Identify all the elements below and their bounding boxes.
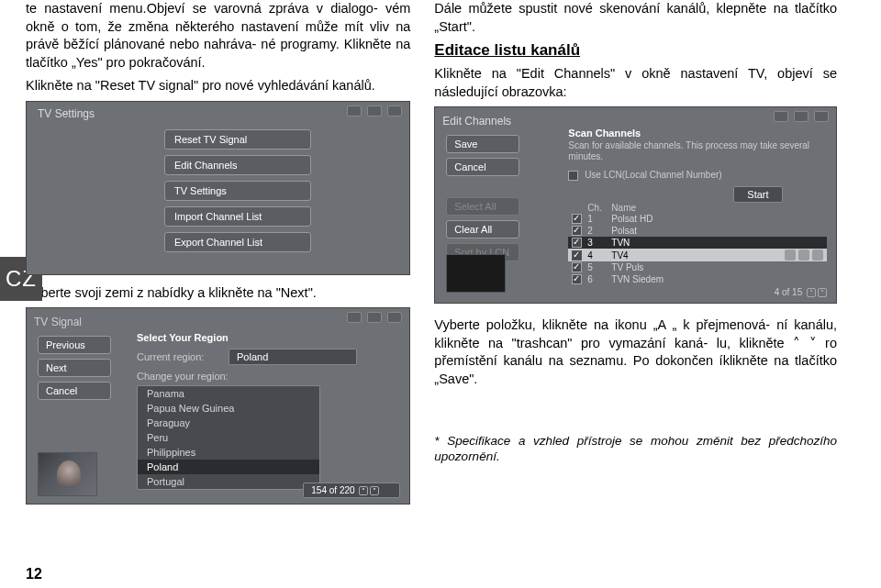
text: Vyberte položku, klikněte na ikonu „A „ …	[434, 317, 770, 332]
reset-tv-signal-button[interactable]: Reset TV Signal	[164, 129, 311, 150]
table-row[interactable]: 5TV Puls	[568, 261, 827, 273]
ch-num: 3	[587, 238, 611, 248]
footnote: * Specifikace a vzhled přístroje se moho…	[434, 433, 837, 465]
current-region-value: Poland	[229, 349, 357, 365]
chevron-up-icon[interactable]: ˄	[359, 486, 368, 495]
export-channel-list-button[interactable]: Export Channel List	[164, 232, 311, 252]
lcn-checkbox[interactable]	[568, 171, 578, 181]
table-row[interactable]: 6TVN Siedem	[568, 273, 827, 285]
previous-button[interactable]: Previous	[38, 336, 111, 354]
row-checkbox[interactable]	[572, 238, 582, 248]
list-counter: 154 of 220 ˄˅	[303, 483, 400, 498]
chevron-down-icon[interactable]: ˅	[370, 486, 379, 495]
clear-all-button[interactable]: Clear All	[446, 220, 519, 239]
window-title: Edit Channels	[442, 115, 829, 128]
tv-signal-screenshot: TV Signal Previous Next Cancel Select Yo…	[26, 307, 410, 505]
cancel-button[interactable]: Cancel	[38, 382, 111, 400]
counter-text: 4 of 15	[775, 287, 803, 297]
ch-name: TV Puls	[611, 262, 823, 272]
list-item[interactable]: Poland	[138, 460, 319, 474]
ch-num: 4	[587, 250, 611, 261]
scan-channels-desc: Scan for available channels. This proces…	[568, 140, 827, 162]
chevron-up-icon[interactable]: ˄	[807, 288, 816, 297]
para: Klikněte na "Edit Channels" v okně nasta…	[434, 65, 837, 101]
col-header-name: Name	[611, 203, 823, 213]
table-row[interactable]: 1Polsat HD	[568, 213, 827, 225]
region-label: Select Your Region	[137, 332, 412, 343]
region-list[interactable]: Panama Papua New Guinea Paraguay Peru Ph…	[137, 385, 320, 490]
row-checkbox[interactable]	[572, 274, 582, 284]
section-heading: Editace listu kanálů	[434, 41, 837, 60]
ch-num: 6	[587, 274, 611, 284]
text: Klikněte na "Edit Channels" v okně nasta…	[434, 66, 812, 81]
col-header-ch: Ch.	[587, 203, 611, 213]
select-all-button[interactable]: Select All	[446, 197, 519, 216]
left-column: te nastavení menu.Objeví se varovná zprá…	[0, 0, 427, 514]
list-item[interactable]: Paraguay	[138, 416, 319, 430]
row-checkbox[interactable]	[572, 250, 582, 261]
ch-name: Polsat HD	[611, 214, 823, 224]
row-counter: 4 of 15 ˄˅	[775, 287, 827, 297]
para: te nastavení menu.Objeví se varovná zprá…	[26, 0, 410, 72]
ch-num: 1	[587, 214, 611, 224]
scan-channels-title: Scan Channels	[568, 128, 827, 139]
next-button[interactable]: Next	[38, 359, 111, 377]
tv-settings-button[interactable]: TV Settings	[164, 181, 311, 201]
ch-name: TVN Siedem	[611, 274, 823, 284]
table-row[interactable]: 2Polsat	[568, 225, 827, 237]
change-region-label: Change your region:	[137, 371, 412, 382]
row-checkbox[interactable]	[572, 214, 582, 224]
current-region-label: Current region:	[137, 351, 229, 362]
rename-icon[interactable]	[785, 250, 796, 261]
table-row[interactable]: 3TVN	[568, 237, 827, 249]
table-row[interactable]: 4TV4	[568, 249, 827, 261]
page-number: 12	[26, 566, 42, 582]
edit-channels-screenshot: Edit Channels Save Cancel Select All Cle…	[434, 106, 837, 304]
start-button[interactable]: Start	[733, 186, 782, 203]
arrows-icon: ˄ ˅	[793, 336, 816, 350]
counter-text: 154 of 220	[311, 485, 354, 495]
preview-window	[446, 254, 506, 293]
channel-table: Ch. Name 1Polsat HD 2Polsat 3TVN 4TV4 5T…	[568, 203, 827, 285]
text: Dále můžete spustit nové skenování kanál…	[434, 1, 766, 16]
list-item[interactable]: Papua New Guinea	[138, 401, 319, 416]
para: Dále můžete spustit nové skenování kanál…	[434, 0, 837, 36]
ch-num: 5	[587, 262, 611, 272]
para: Vyberte položku, klikněte na ikonu „A „ …	[434, 316, 837, 388]
save-button[interactable]: Save	[446, 135, 519, 153]
list-item[interactable]: Philippines	[138, 445, 319, 460]
caption: Vyberte svoji zemi z nabídky a klikněte …	[26, 284, 410, 303]
trash-icon[interactable]	[798, 250, 809, 261]
text: te nastavení menu.Objeví se varovná zprá…	[26, 1, 378, 16]
ch-name: Polsat	[611, 226, 823, 236]
row-checkbox[interactable]	[572, 262, 582, 272]
ch-num: 2	[587, 226, 611, 236]
right-column: Dále můžete spustit nové skenování kanál…	[427, 0, 853, 514]
edit-channels-button[interactable]: Edit Channels	[164, 155, 311, 175]
ch-name: TVN	[611, 238, 823, 248]
list-item[interactable]: Portugal	[138, 474, 319, 489]
chevron-down-icon[interactable]: ˅	[818, 288, 827, 297]
tv-settings-screenshot: TV Settings Reset TV Signal Edit Channel…	[26, 101, 410, 275]
import-channel-list-button[interactable]: Import Channel List	[164, 206, 311, 227]
para: Klikněte na "Reset TV signal" pro nové v…	[26, 77, 410, 95]
list-item[interactable]: Panama	[138, 386, 319, 401]
ch-name: TV4	[611, 250, 782, 261]
text: lu, klikněte	[717, 336, 793, 350]
lcn-label: Use LCN(Local Channel Number)	[585, 170, 722, 180]
cancel-button[interactable]: Cancel	[446, 158, 519, 176]
list-item[interactable]: Peru	[138, 430, 319, 445]
avatar	[38, 452, 97, 496]
move-icon[interactable]	[812, 250, 823, 261]
row-checkbox[interactable]	[572, 226, 582, 236]
